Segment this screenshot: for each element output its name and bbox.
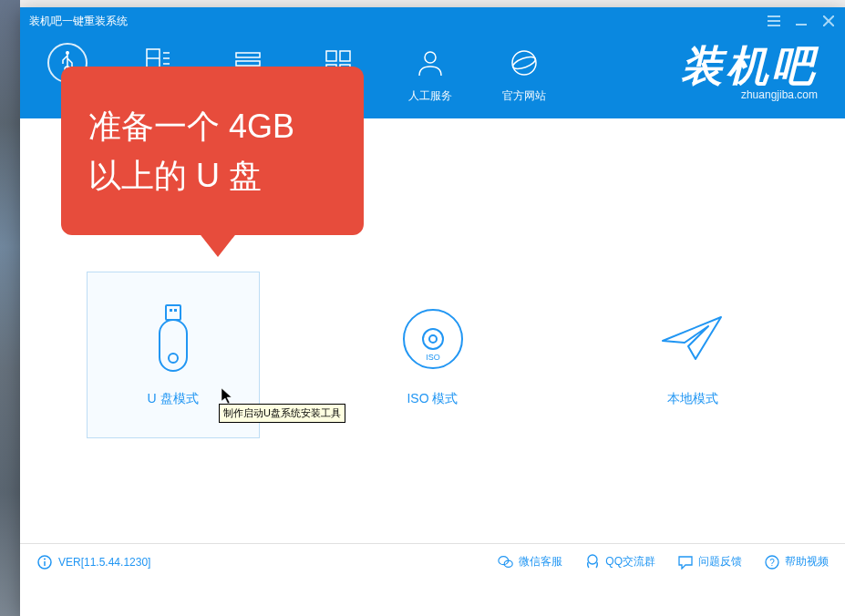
person-icon (410, 43, 450, 83)
minimize-button[interactable] (794, 14, 809, 28)
mode-iso[interactable]: ISO ISO 模式 (346, 272, 520, 438)
wechat-icon (498, 554, 514, 570)
mode-selection: U 盘模式 ISO ISO 模式 (20, 272, 845, 438)
cursor-icon (222, 388, 236, 410)
svg-text:ISO: ISO (426, 353, 440, 362)
chat-icon (677, 554, 694, 570)
svg-rect-13 (236, 53, 260, 57)
mode-label: ISO 模式 (407, 391, 458, 407)
svg-point-6 (66, 51, 69, 55)
svg-point-30 (429, 335, 437, 343)
footer-links: 微信客服 QQ交流群 问题反馈 ? (498, 554, 829, 570)
footer-qq[interactable]: QQ交流群 (584, 554, 655, 570)
nav-item-service[interactable]: 人工服务 (408, 43, 452, 104)
svg-rect-25 (174, 309, 177, 312)
callout-text: 准备一个 4GB 以上的 U 盘 (88, 102, 336, 200)
iso-disc-icon: ISO (401, 303, 465, 375)
footer-link-label: 帮助视频 (785, 554, 829, 570)
mode-local[interactable]: 本地模式 (606, 272, 779, 438)
svg-point-29 (423, 329, 443, 349)
titlebar: 装机吧一键重装系统 (20, 7, 845, 35)
svg-point-33 (44, 558, 46, 560)
svg-point-37 (588, 555, 597, 564)
svg-point-22 (511, 54, 537, 70)
background-strip (0, 0, 20, 616)
footer-help[interactable]: ? 帮助视频 (764, 554, 829, 570)
brand-name: 装机吧 (681, 45, 818, 87)
footer-version-area: VER[11.5.44.1230] (36, 554, 498, 570)
svg-rect-17 (340, 51, 350, 61)
menu-icon (768, 15, 780, 26)
content-area: 准备一个 4GB 以上的 U 盘 U 盘模式 (20, 118, 845, 580)
brand-url: zhuangjiba.com (741, 88, 818, 101)
nav-item-website[interactable]: 官方网站 (502, 43, 546, 104)
footer-link-label: 问题反馈 (698, 554, 742, 570)
close-button[interactable] (821, 14, 836, 28)
qq-icon (584, 554, 601, 570)
footer-wechat[interactable]: 微信客服 (498, 554, 562, 570)
menu-button[interactable] (767, 14, 781, 28)
app-window: 装机吧一键重装系统 (20, 7, 845, 616)
paper-plane-icon (659, 303, 726, 375)
version-text: VER[11.5.44.1230] (58, 556, 150, 569)
mode-label: 本地模式 (667, 391, 718, 407)
svg-rect-16 (326, 51, 336, 61)
nav-label: 官方网站 (502, 88, 546, 104)
titlebar-title: 装机吧一键重装系统 (29, 14, 767, 29)
svg-rect-23 (166, 305, 180, 320)
brand: 装机吧 zhuangjiba.com (681, 45, 818, 101)
svg-point-27 (169, 354, 178, 363)
help-icon: ? (764, 554, 780, 570)
svg-text:?: ? (769, 558, 775, 568)
minimize-icon (796, 15, 807, 26)
svg-rect-14 (236, 61, 260, 66)
close-icon (823, 15, 834, 26)
titlebar-controls (767, 14, 836, 28)
mode-label: U 盘模式 (148, 391, 199, 407)
callout-arrow (198, 231, 238, 257)
info-icon (36, 554, 53, 570)
nav-label: 人工服务 (408, 88, 452, 104)
globe-icon (504, 43, 544, 83)
callout-bubble: 准备一个 4GB 以上的 U 盘 (61, 67, 364, 235)
footer: VER[11.5.44.1230] 微信客服 QQ交流群 (20, 543, 845, 580)
footer-feedback[interactable]: 问题反馈 (677, 554, 742, 570)
tooltip: 制作启动U盘系统安装工具 (219, 404, 345, 423)
svg-rect-24 (170, 309, 172, 312)
footer-link-label: QQ交流群 (605, 554, 655, 570)
footer-link-label: 微信客服 (519, 554, 562, 570)
svg-point-20 (425, 52, 436, 63)
usb-drive-icon (156, 303, 191, 375)
